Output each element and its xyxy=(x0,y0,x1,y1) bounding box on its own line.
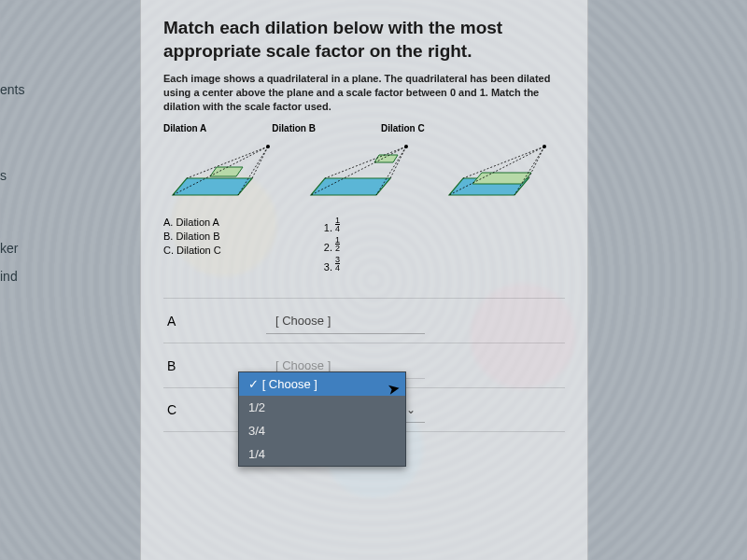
figure-label: Dilation A xyxy=(163,123,206,133)
svg-line-6 xyxy=(252,147,268,178)
figure-label: Dilation B xyxy=(272,123,316,133)
sidebar-fragment: ker xyxy=(0,241,51,256)
match-label: A xyxy=(163,314,266,329)
dilation-key: A. Dilation A B. Dilation B C. Dilation … xyxy=(163,214,221,275)
dilation-figure-c xyxy=(440,139,561,204)
choose-dropdown-open[interactable]: ✓ [ Choose ] 1/2 3/4 1/4 xyxy=(238,371,406,467)
dropdown-option[interactable]: 1/2 xyxy=(239,396,405,419)
sidebar-fragment: ind xyxy=(0,269,51,284)
sidebar-fragment: ents xyxy=(0,82,51,97)
dropdown-option[interactable]: 3/4 xyxy=(239,419,405,442)
choose-select-a[interactable]: [ Choose ] xyxy=(266,308,425,334)
dilation-figure-a xyxy=(163,139,285,204)
question-instructions: Each image shows a quadrilateral in a pl… xyxy=(163,72,565,114)
sidebar-fragment: s xyxy=(0,168,51,183)
question-title: Match each dilation below with the most … xyxy=(163,17,565,63)
dropdown-option[interactable]: 1/4 xyxy=(239,442,405,466)
question-panel: Match each dilation below with the most … xyxy=(140,0,588,560)
scale-factor-key: 1. 14 2. 12 3. 34 xyxy=(324,214,340,275)
svg-marker-3 xyxy=(210,167,243,176)
svg-line-20 xyxy=(529,147,544,178)
dropdown-option[interactable]: ✓ [ Choose ] xyxy=(239,372,405,396)
chevron-down-icon: ⌄ xyxy=(406,403,416,416)
svg-line-14 xyxy=(325,147,406,178)
svg-marker-10 xyxy=(374,155,398,162)
svg-marker-9 xyxy=(311,178,390,195)
dilation-figure-b xyxy=(302,139,423,204)
figure-label: Dilation C xyxy=(381,123,425,133)
match-row-a: A [ Choose ] xyxy=(163,298,565,343)
